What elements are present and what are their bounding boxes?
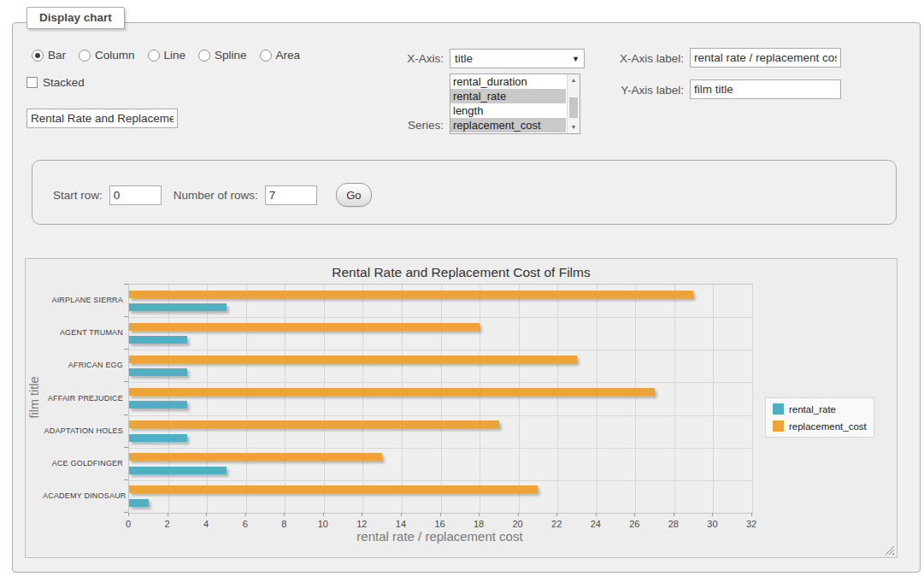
radio-icon[interactable] <box>32 50 44 62</box>
x-tick <box>401 513 402 516</box>
bar-replacement_cost-agent-truman <box>129 323 480 331</box>
x-tick-label: 22 <box>544 519 569 529</box>
x-tick-label: 12 <box>349 519 374 529</box>
x-tick <box>168 513 168 516</box>
y-tick <box>124 414 128 415</box>
go-button[interactable]: Go <box>336 183 372 207</box>
stacked-label: Stacked <box>43 76 85 89</box>
scroll-down-icon[interactable]: ▼ <box>568 122 580 132</box>
gridline <box>519 285 520 513</box>
category-label: AIRPLANE SIERRA <box>43 295 123 305</box>
y-axis-title: film title <box>27 376 41 418</box>
y-tick <box>124 381 128 382</box>
series-option-replacement_cost[interactable]: replacement_cost <box>450 118 566 132</box>
y-axis-label-input[interactable] <box>690 79 841 99</box>
chart-type-radio-group: BarColumnLineSplineArea <box>32 49 300 62</box>
legend-item-replacement_cost[interactable]: replacement_cost <box>773 420 867 432</box>
stacked-checkbox-row[interactable]: Stacked <box>26 76 85 89</box>
chart-type-option-label: Area <box>276 49 301 62</box>
category-label: AFFAIR PREJUDICE <box>43 393 123 403</box>
x-tick-label: 6 <box>232 519 258 529</box>
bar-replacement_cost-airplane-sierra <box>129 291 693 298</box>
x-tick <box>440 513 441 516</box>
chart-type-option-line[interactable]: Line <box>148 49 186 62</box>
x-tick-label: 2 <box>155 519 180 529</box>
listbox-scrollbar[interactable]: ▲ ▼ <box>567 74 580 133</box>
x-tick <box>751 513 752 516</box>
y-tick <box>124 479 128 480</box>
radio-icon[interactable] <box>79 50 91 62</box>
bar-replacement_cost-adaptation-holes <box>129 420 499 428</box>
series-option-length[interactable]: length <box>450 103 566 118</box>
x-axis-selected-value: title <box>455 52 473 65</box>
x-tick-label: 8 <box>271 519 297 529</box>
x-axis-title: rental rate / replacement cost <box>128 529 751 544</box>
x-axis-label-label: X-Axis label: <box>607 52 684 65</box>
plot-area <box>128 284 753 514</box>
radio-icon[interactable] <box>260 50 272 62</box>
x-tick-label: 26 <box>621 519 647 529</box>
scroll-up-icon[interactable]: ▲ <box>568 75 580 85</box>
resize-handle-icon[interactable] <box>885 545 894 555</box>
series-listbox[interactable]: rental_durationrental_ratelengthreplacem… <box>450 73 580 134</box>
bar-replacement_cost-affair-prejudice <box>129 388 655 396</box>
chart-legend: rental_ratereplacement_cost <box>765 397 874 438</box>
x-tick <box>556 513 557 516</box>
gridline <box>129 415 752 416</box>
bar-rental_rate-african-egg <box>129 368 187 376</box>
start-row-label: Start row: <box>53 189 103 202</box>
legend-label: rental_rate <box>789 404 836 414</box>
chart-type-option-label: Column <box>95 49 135 62</box>
category-label: ACE GOLDFINGER <box>43 458 123 468</box>
chart-title-input[interactable] <box>26 109 178 128</box>
legend-swatch-icon <box>773 420 784 432</box>
x-tick <box>362 513 362 516</box>
chart-container: Rental Rate and Replacement Cost of Film… <box>25 258 898 558</box>
x-tick <box>206 513 207 516</box>
radio-icon[interactable] <box>148 50 160 62</box>
y-tick <box>124 349 128 350</box>
chart-type-option-area[interactable]: Area <box>260 49 301 62</box>
x-tick <box>245 513 246 516</box>
x-tick <box>518 513 519 516</box>
x-axis-label-input[interactable] <box>690 48 841 68</box>
num-rows-input[interactable] <box>265 185 317 205</box>
category-label: ADAPTATION HOLES <box>43 426 123 436</box>
y-tick <box>124 284 128 285</box>
display-chart-panel: Display chart BarColumnLineSplineArea St… <box>12 22 921 573</box>
series-option-rental_duration[interactable]: rental_duration <box>450 74 566 89</box>
gridline <box>207 285 208 513</box>
chart-type-option-bar[interactable]: Bar <box>32 49 66 62</box>
gridline <box>557 285 558 513</box>
chart-type-option-spline[interactable]: Spline <box>198 49 247 62</box>
gridline <box>362 285 363 513</box>
y-tick <box>124 316 128 317</box>
legend-swatch-icon <box>773 403 784 414</box>
radio-icon[interactable] <box>198 50 210 62</box>
x-tick <box>712 513 713 516</box>
bar-rental_rate-academy-dinosaur <box>129 499 149 507</box>
x-axis-select[interactable]: title ▼ <box>450 49 585 68</box>
chart-type-option-column[interactable]: Column <box>79 49 135 62</box>
bar-rental_rate-agent-truman <box>129 336 187 344</box>
x-tick-label: 28 <box>661 519 686 529</box>
bar-rental_rate-ace-goldfinger <box>129 467 227 474</box>
legend-item-rental_rate[interactable]: rental_rate <box>773 403 867 414</box>
category-label: AGENT TRUMAN <box>43 327 123 338</box>
row-range-panel: Start row: Number of rows: Go <box>32 160 897 225</box>
series-option-rental_rate[interactable]: rental_rate <box>450 89 566 103</box>
stacked-checkbox[interactable] <box>26 77 38 88</box>
x-tick-label: 20 <box>505 519 531 529</box>
start-row-input[interactable] <box>109 185 162 205</box>
category-label: ACADEMY DINOSAUR <box>43 491 123 501</box>
x-tick-label: 18 <box>466 519 491 529</box>
gridline <box>480 285 480 513</box>
x-tick-label: 32 <box>739 519 764 529</box>
num-rows-label: Number of rows: <box>174 189 258 202</box>
x-tick-label: 10 <box>310 519 336 529</box>
scrollbar-thumb[interactable] <box>569 97 578 118</box>
gridline <box>441 285 442 513</box>
x-tick-label: 0 <box>115 519 141 529</box>
x-tick <box>634 513 635 516</box>
chart-type-option-label: Bar <box>48 49 66 62</box>
